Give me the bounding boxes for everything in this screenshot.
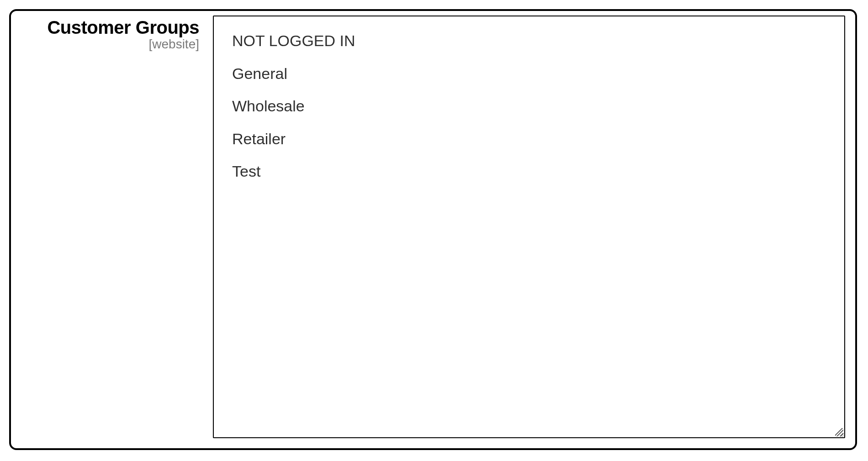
multiselect-option[interactable]: Wholesale	[214, 90, 844, 123]
multiselect-option[interactable]: NOT LOGGED IN	[214, 25, 844, 58]
field-label-column: Customer Groups [website]	[21, 16, 213, 52]
field-label: Customer Groups	[21, 17, 199, 37]
multiselect-option[interactable]: General	[214, 58, 844, 90]
field-control-column: NOT LOGGED IN General Wholesale Retailer…	[213, 16, 845, 438]
multiselect-option[interactable]: Retailer	[214, 123, 844, 156]
customer-groups-field: Customer Groups [website] NOT LOGGED IN …	[9, 9, 857, 450]
field-scope-hint: [website]	[21, 37, 199, 52]
multiselect-option[interactable]: Test	[214, 155, 844, 188]
customer-groups-multiselect[interactable]: NOT LOGGED IN General Wholesale Retailer…	[213, 16, 845, 438]
